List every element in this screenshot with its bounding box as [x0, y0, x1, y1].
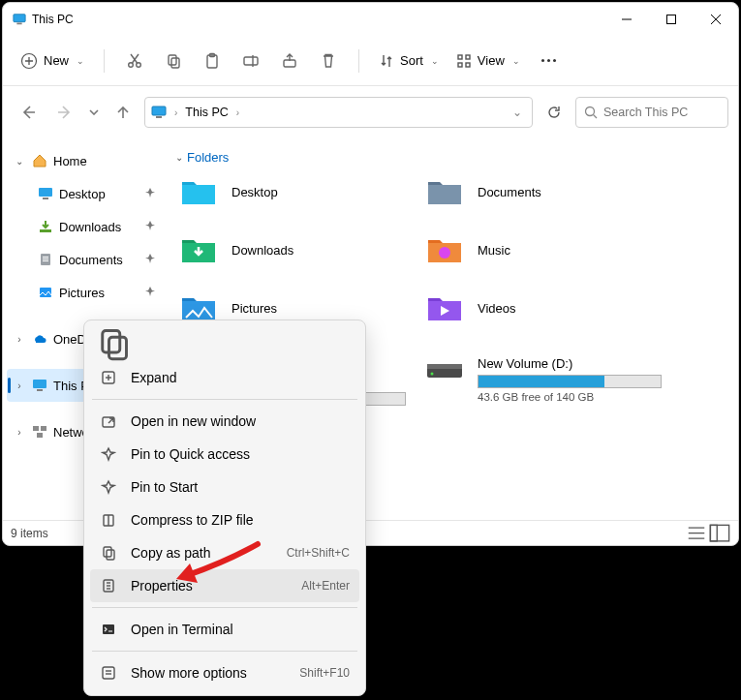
pin-icon: [144, 187, 156, 201]
copy-button[interactable]: [155, 44, 192, 78]
new-button[interactable]: New ⌄: [13, 48, 92, 74]
context-menu: Expand Open in new window Pin to Quick a…: [83, 320, 366, 696]
svg-rect-1: [16, 23, 21, 25]
onedrive-icon: [32, 331, 47, 347]
chevron-right-icon: ›: [232, 107, 243, 118]
folder-music[interactable]: Music: [425, 230, 671, 269]
chevron-down-icon: ⌄: [77, 56, 84, 66]
svg-rect-3: [667, 15, 676, 24]
search-box[interactable]: [575, 97, 728, 128]
up-button[interactable]: [108, 97, 139, 128]
svg-rect-13: [169, 55, 176, 65]
ctx-copy-as-path[interactable]: Copy as path Ctrl+Shift+C: [90, 536, 359, 569]
svg-point-45: [439, 247, 450, 259]
window-title: This PC: [32, 13, 74, 26]
sort-label: Sort: [400, 53, 423, 68]
svg-rect-38: [33, 426, 39, 431]
drive-icon: [425, 356, 464, 383]
sidebar-label: Desktop: [59, 187, 106, 201]
svg-rect-37: [37, 389, 43, 391]
maximize-button[interactable]: [649, 3, 694, 36]
chevron-right-icon[interactable]: ›: [13, 380, 26, 391]
delete-button[interactable]: [310, 44, 347, 78]
drive-usage-bar: [478, 375, 662, 388]
paste-button[interactable]: [194, 44, 231, 78]
download-icon: [38, 219, 53, 234]
svg-rect-28: [39, 188, 52, 197]
music-folder-icon: [425, 230, 464, 269]
forward-button[interactable]: [49, 97, 80, 128]
chevron-down-icon[interactable]: ⌄: [509, 106, 526, 119]
minimize-button[interactable]: [604, 3, 649, 36]
search-input[interactable]: [603, 106, 710, 119]
drive-name: New Volume (D:): [478, 356, 662, 371]
search-icon: [584, 106, 598, 119]
svg-rect-34: [43, 260, 48, 261]
sidebar-item-pictures[interactable]: Pictures: [3, 276, 162, 309]
sidebar-item-desktop[interactable]: Desktop: [3, 177, 162, 210]
desktop-folder-icon: [179, 172, 218, 211]
refresh-button[interactable]: [539, 97, 570, 128]
chevron-down-icon: ⌄: [512, 56, 520, 66]
folder-label: Videos: [478, 301, 516, 316]
back-button[interactable]: [13, 97, 44, 128]
sort-button[interactable]: Sort ⌄: [371, 49, 447, 73]
svg-rect-22: [458, 63, 462, 67]
ctx-label: Properties: [131, 578, 193, 593]
ctx-pin-quick-access[interactable]: Pin to Quick access: [90, 438, 359, 471]
svg-rect-40: [37, 433, 43, 438]
breadcrumb-location[interactable]: This PC: [185, 106, 228, 119]
folder-desktop[interactable]: Desktop: [179, 172, 425, 211]
svg-rect-57: [109, 337, 127, 359]
ctx-show-more[interactable]: Show more options Shift+F10: [90, 656, 359, 689]
group-label: Folders: [187, 150, 229, 165]
folder-label: Pictures: [232, 301, 277, 316]
folder-documents[interactable]: Documents: [425, 172, 671, 211]
svg-rect-39: [41, 426, 46, 431]
close-button[interactable]: [694, 3, 738, 36]
svg-point-50: [431, 373, 434, 376]
this-pc-icon: [32, 378, 47, 393]
ctx-open-terminal[interactable]: Open in Terminal: [90, 613, 359, 646]
folder-downloads[interactable]: Downloads: [179, 230, 425, 269]
drive-d[interactable]: New Volume (D:) 43.6 GB free of 140 GB: [425, 356, 671, 403]
this-pc-icon: [13, 13, 26, 26]
svg-rect-17: [244, 57, 258, 65]
rename-button[interactable]: [232, 44, 269, 78]
group-header-folders[interactable]: ⌄ Folders: [175, 150, 730, 165]
chevron-right-icon[interactable]: ›: [13, 334, 26, 345]
chevron-right-icon[interactable]: ›: [13, 427, 26, 438]
svg-rect-70: [103, 624, 114, 634]
chevron-down-icon: ⌄: [431, 56, 439, 66]
sidebar-label: Home: [53, 154, 87, 168]
more-options-button[interactable]: [530, 59, 568, 62]
copy-tile[interactable]: [96, 328, 131, 359]
breadcrumb[interactable]: › This PC › ⌄: [144, 97, 533, 128]
sidebar-item-home[interactable]: ⌄ Home: [3, 144, 162, 177]
cut-button[interactable]: [116, 44, 153, 78]
svg-rect-33: [43, 259, 48, 259]
share-button[interactable]: [271, 44, 308, 78]
ctx-label: Compress to ZIP file: [131, 512, 254, 528]
ctx-shortcut: Ctrl+Shift+C: [287, 546, 350, 560]
chevron-down-icon[interactable]: ⌄: [13, 156, 26, 167]
pin-icon: [144, 253, 156, 267]
folder-videos[interactable]: Videos: [425, 289, 671, 327]
sidebar-label: Downloads: [59, 220, 121, 234]
ctx-expand[interactable]: Expand: [90, 361, 359, 394]
ctx-pin-start[interactable]: Pin to Start: [90, 471, 359, 503]
thumbnails-view-button[interactable]: [709, 525, 730, 542]
sidebar-item-downloads[interactable]: Downloads: [3, 210, 162, 243]
svg-rect-56: [103, 331, 120, 353]
details-view-button[interactable]: [686, 525, 707, 542]
ctx-open-new-window[interactable]: Open in new window: [90, 405, 359, 438]
view-button[interactable]: View ⌄: [448, 49, 528, 73]
folder-label: Desktop: [232, 185, 278, 199]
ctx-compress-zip[interactable]: Compress to ZIP file: [90, 503, 359, 536]
drive-free-text: 43.6 GB free of 140 GB: [478, 391, 662, 403]
svg-rect-71: [103, 667, 114, 679]
sidebar-item-documents[interactable]: Documents: [3, 243, 162, 276]
ctx-properties[interactable]: Properties Alt+Enter: [90, 569, 359, 602]
network-icon: [32, 424, 47, 440]
recent-dropdown[interactable]: [86, 97, 102, 128]
